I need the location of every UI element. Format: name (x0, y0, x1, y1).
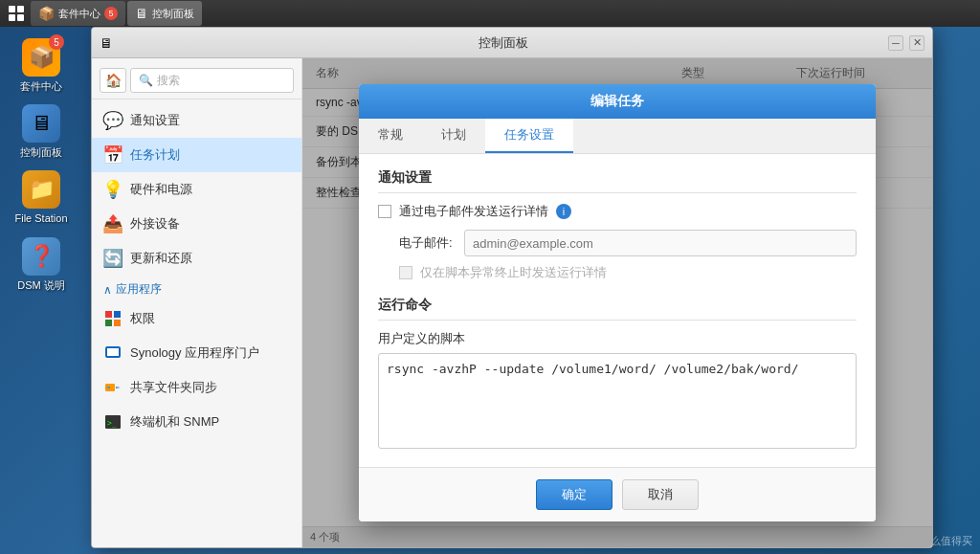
window-body: 🏠 🔍 搜索 💬 通知设置 📅 任务计划 💡 硬件和电源 (92, 58, 932, 547)
svg-rect-2 (9, 14, 15, 21)
package-center-badge: 5 (49, 34, 64, 50)
email-checkbox-row: 通过电子邮件发送运行详情 i (378, 203, 857, 220)
edit-task-modal: 编辑任务 常规 计划 任务设置 通知设置 通过电子邮 (359, 84, 876, 521)
svg-rect-7 (114, 320, 121, 326)
desktop-icon-control-panel[interactable]: 🖥 控制面板 (8, 100, 75, 163)
email-field[interactable] (464, 230, 857, 256)
modal-body: 通知设置 通过电子邮件发送运行详情 i 电子邮件: (359, 154, 876, 467)
sidebar-item-permissions[interactable]: 权限 (92, 301, 301, 336)
update-icon: 🔄 (103, 249, 122, 268)
info-icon[interactable]: i (556, 204, 571, 219)
sidebar-home-button[interactable]: 🏠 (100, 68, 126, 93)
shared-folder-sync-icon (103, 378, 122, 397)
modal-footer: 确定 取消 (359, 467, 876, 521)
modal-title: 编辑任务 (370, 93, 864, 110)
desktop-icon-file-station[interactable]: 📁 File Station (8, 166, 75, 229)
email-checkbox-label: 通过电子邮件发送运行详情 (399, 203, 548, 220)
notification-section-title: 通知设置 (378, 169, 857, 193)
sidebar-item-synology-portal[interactable]: Synology 应用程序门户 (92, 336, 301, 370)
only-on-error-checkbox[interactable] (399, 266, 412, 279)
script-textarea[interactable]: rsync -avzhP --update /volume1/word/ /vo… (378, 353, 857, 449)
svg-rect-3 (17, 14, 24, 21)
sidebar-item-update-restore[interactable]: 🔄 更新和还原 (92, 241, 301, 276)
run-command-section-title: 运行命令 (378, 297, 857, 321)
confirm-button[interactable]: 确定 (536, 479, 612, 510)
taskbar-start-icon[interactable] (4, 1, 29, 26)
tab-task-settings[interactable]: 任务设置 (485, 119, 573, 153)
email-checkbox[interactable] (378, 205, 391, 218)
svg-rect-5 (114, 311, 121, 318)
email-field-label: 电子邮件: (399, 234, 457, 252)
window-close-button[interactable]: ✕ (909, 35, 924, 51)
sidebar: 🏠 🔍 搜索 💬 通知设置 📅 任务计划 💡 硬件和电源 (92, 58, 302, 547)
sidebar-item-terminal-snmp[interactable]: >_ 终端机和 SNMP (92, 405, 301, 439)
only-on-error-label: 仅在脚本异常终止时发送运行详情 (420, 264, 607, 281)
svg-rect-4 (105, 311, 112, 318)
sidebar-search-area: 🏠 🔍 搜索 (92, 62, 301, 100)
external-devices-icon: 📤 (103, 214, 122, 233)
svg-text:>_: >_ (107, 419, 117, 428)
script-sub-label: 用户定义的脚本 (378, 330, 857, 347)
task-scheduler-icon: 📅 (103, 145, 122, 165)
svg-rect-9 (107, 348, 119, 356)
taskbar-left: 📦 套件中心 5 🖥 控制面板 (0, 1, 202, 26)
svg-rect-6 (105, 320, 112, 326)
window-minimize-button[interactable]: ─ (888, 35, 903, 51)
cancel-button[interactable]: 取消 (622, 479, 699, 510)
synology-portal-icon (103, 343, 122, 363)
modal-titlebar: 编辑任务 (359, 84, 876, 119)
taskbar: 📦 套件中心 5 🖥 控制面板 (0, 0, 980, 27)
desktop-icon-package-center[interactable]: 📦 5 套件中心 (8, 34, 75, 97)
window-title: 控制面板 (119, 34, 888, 52)
desktop-icon-dsm-help[interactable]: ❓ DSM 说明 (8, 233, 75, 296)
modal-overlay: 编辑任务 常规 计划 任务设置 通知设置 通过电子邮 (302, 58, 932, 547)
svg-rect-1 (17, 6, 24, 12)
sidebar-item-task-scheduler[interactable]: 📅 任务计划 (92, 138, 301, 172)
notification-icon: 💬 (103, 111, 122, 130)
svg-rect-0 (9, 6, 15, 12)
window-titlebar: 🖥 控制面板 ─ ✕ (92, 28, 932, 58)
desktop-icons-container: 📦 5 套件中心 🖥 控制面板 📁 File Station ❓ DSM 说明 (8, 34, 75, 296)
taskbar-package-center-app[interactable]: 📦 套件中心 5 (31, 1, 125, 26)
sidebar-item-shared-folder-sync[interactable]: 共享文件夹同步 (92, 370, 301, 405)
terminal-icon: >_ (103, 412, 122, 432)
window-controls: ─ ✕ (888, 35, 924, 51)
main-content: 名称 类型 下次运行时间 rsync -avzh... 2021-02-2 要的… (302, 58, 932, 547)
sidebar-search-box[interactable]: 🔍 搜索 (130, 68, 294, 93)
sidebar-item-hardware[interactable]: 💡 硬件和电源 (92, 172, 301, 207)
modal-tabs: 常规 计划 任务设置 (359, 119, 876, 154)
sidebar-item-notification[interactable]: 💬 通知设置 (92, 103, 301, 138)
desktop: 📦 套件中心 5 🖥 控制面板 📦 5 套件中心 🖥 控制面板 (0, 0, 980, 554)
sidebar-item-external-devices[interactable]: 📤 外接设备 (92, 207, 301, 241)
sidebar-section-apps: ∧ 应用程序 (92, 276, 301, 301)
tab-general[interactable]: 常规 (359, 119, 422, 153)
email-input-row: 电子邮件: (399, 230, 857, 256)
only-on-error-row: 仅在脚本异常终止时发送运行详情 (399, 264, 857, 281)
hardware-icon: 💡 (103, 180, 122, 199)
permissions-icon (103, 309, 122, 328)
tab-schedule[interactable]: 计划 (422, 119, 485, 153)
control-panel-window: 🖥 控制面板 ─ ✕ 🏠 🔍 搜索 💬 通知设置 (91, 27, 933, 548)
taskbar-control-panel-app[interactable]: 🖥 控制面板 (127, 1, 202, 26)
